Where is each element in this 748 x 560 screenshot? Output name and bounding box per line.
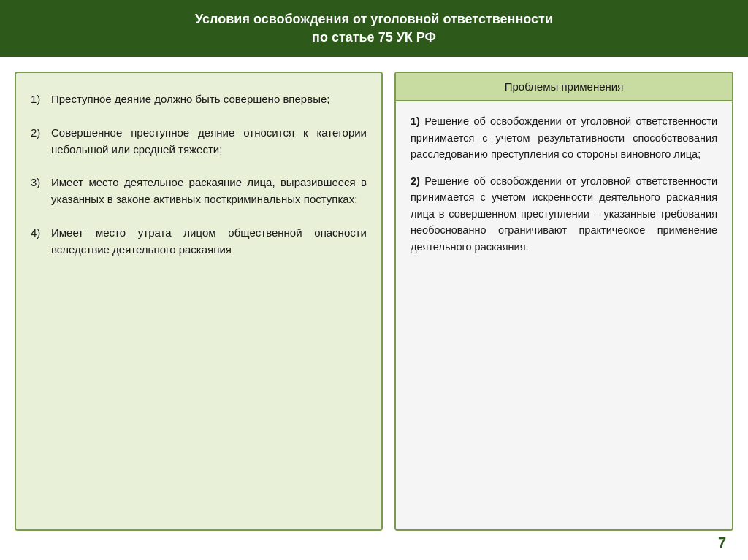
header-line2: по статье 75 УК РФ bbox=[29, 28, 719, 47]
left-list-item: 3)Имеет место деятельное раскаяние лица,… bbox=[31, 174, 367, 208]
right-panel: Проблемы применения 1) Решение об освобо… bbox=[394, 72, 733, 531]
header-line1: Условия освобождения от уголовной ответс… bbox=[29, 10, 719, 28]
list-number: 4) bbox=[31, 224, 51, 258]
right-panel-header: Проблемы применения bbox=[396, 73, 732, 101]
slide-container: Условия освобождения от уголовной ответс… bbox=[0, 0, 748, 560]
right-list-item: 2) Решение об освобождении от уголовной … bbox=[411, 173, 717, 255]
slide-header: Условия освобождения от уголовной ответс… bbox=[0, 0, 748, 57]
list-number: 2) bbox=[31, 124, 51, 158]
right-panel-content: 1) Решение об освобождении от уголовной … bbox=[396, 101, 732, 529]
slide-wrapper: Условия освобождения от уголовной ответс… bbox=[0, 0, 748, 560]
list-text: Имеет место утрата лицом общественной оп… bbox=[51, 224, 367, 258]
content-area: 1)Преступное деяние должно быть совершен… bbox=[0, 57, 748, 560]
list-text: Преступное деяние должно быть совершено … bbox=[51, 91, 367, 107]
list-text: Имеет место деятельное раскаяние лица, в… bbox=[51, 174, 367, 208]
list-text: Совершенное преступное деяние относится … bbox=[51, 124, 367, 158]
left-list-item: 2)Совершенное преступное деяние относитс… bbox=[31, 124, 367, 158]
left-panel: 1)Преступное деяние должно быть совершен… bbox=[15, 72, 383, 531]
list-number: 3) bbox=[31, 174, 51, 208]
list-number: 1) bbox=[31, 91, 51, 107]
right-list-item: 1) Решение об освобождении от уголовной … bbox=[411, 113, 717, 162]
left-list-item: 1)Преступное деяние должно быть совершен… bbox=[31, 91, 367, 107]
left-list-item: 4)Имеет место утрата лицом общественной … bbox=[31, 224, 367, 258]
page-number: 7 bbox=[718, 534, 726, 551]
